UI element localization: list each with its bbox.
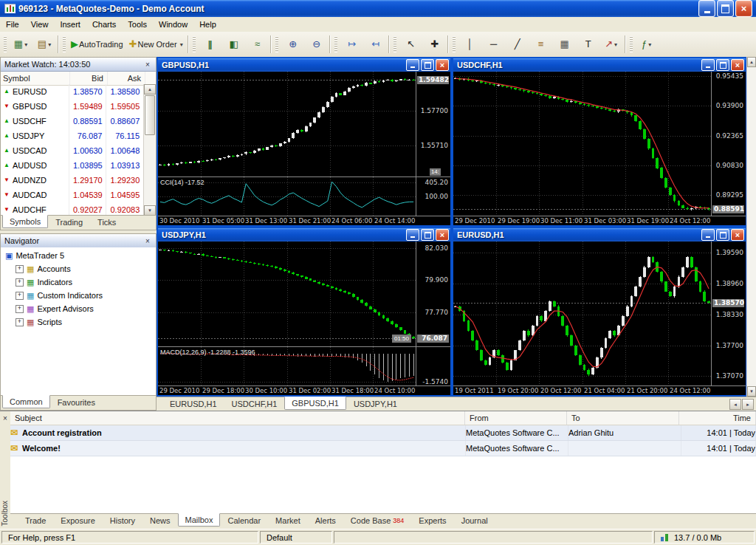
toolbox-tab-journal[interactable]: Journal bbox=[454, 514, 495, 527]
shapes-button[interactable]: ▦ bbox=[552, 35, 576, 55]
chart-window-titlebar[interactable]: GBPUSD,H1× bbox=[158, 58, 450, 72]
chart-window-titlebar[interactable]: EURUSD,H1× bbox=[453, 228, 746, 241]
chart-canvas[interactable]: 1.577001.557101.5948214:CCI(14) -17.5240… bbox=[158, 72, 450, 225]
tree-item-scripts[interactable]: +▦Scripts bbox=[1, 315, 156, 329]
tab-favourites[interactable]: Favourites bbox=[50, 396, 103, 409]
expand-icon[interactable]: + bbox=[16, 318, 24, 326]
mailbox-header-time[interactable]: Time bbox=[679, 411, 756, 425]
menu-item-charts[interactable]: Charts bbox=[86, 18, 122, 30]
tree-item-indicators[interactable]: +▦Indicators bbox=[1, 275, 156, 289]
minimize-button[interactable] bbox=[698, 0, 715, 17]
market-watch-header-symbol[interactable]: Symbol bbox=[1, 72, 70, 85]
chart-minimize-button[interactable] bbox=[406, 229, 419, 241]
scroll-down-icon[interactable]: ▼ bbox=[144, 205, 156, 216]
cursor-button[interactable]: ↖ bbox=[399, 35, 422, 55]
menu-item-help[interactable]: Help bbox=[193, 18, 222, 30]
market-watch-header-ask[interactable]: Ask bbox=[108, 72, 145, 85]
maximize-button[interactable] bbox=[717, 0, 734, 17]
navigator-caption[interactable]: Navigator × bbox=[1, 234, 156, 248]
toolbar-grip[interactable] bbox=[275, 36, 278, 52]
market-watch-row-usdcad[interactable]: ▲USDCAD1.006301.00648 bbox=[1, 143, 144, 158]
chart-canvas[interactable]: 1.395901.389601.383301.377001.370701.385… bbox=[453, 241, 746, 395]
chart-tab-usdjpy-h1[interactable]: USDJPY,H1 bbox=[346, 397, 405, 411]
toolbar-grip[interactable] bbox=[63, 36, 66, 52]
chart-tab-gbpusd-h1[interactable]: GBPUSD,H1 bbox=[284, 397, 346, 410]
chart-minimize-button[interactable] bbox=[701, 229, 715, 241]
scroll-up-icon[interactable]: ▲ bbox=[747, 57, 756, 67]
toolbox-tab-alerts[interactable]: Alerts bbox=[308, 514, 343, 527]
market-watch-row-audcad[interactable]: ▼AUDCAD1.045391.04595 bbox=[1, 188, 144, 202]
new-order-button[interactable]: ✚New Order▾ bbox=[126, 35, 186, 55]
tab-scroll-right-button[interactable]: ► bbox=[742, 399, 754, 410]
toolbox-tab-exposure[interactable]: Exposure bbox=[53, 514, 102, 527]
scrollbar-thumb[interactable] bbox=[145, 95, 155, 135]
expand-icon[interactable]: + bbox=[16, 278, 24, 287]
chart-canvas[interactable]: 82.03079.90077.77076.08701:50MACD(12,26,… bbox=[158, 241, 450, 395]
profiles-button[interactable]: ▤▾ bbox=[32, 35, 56, 55]
market-watch-row-audusd[interactable]: ▲AUDUSD1.038951.03913 bbox=[1, 158, 144, 173]
toolbar-grip[interactable] bbox=[453, 36, 456, 52]
tab-trading[interactable]: Trading bbox=[48, 216, 90, 229]
toolbox-tab-news[interactable]: News bbox=[142, 514, 178, 527]
market-watch-header-bid[interactable]: Bid bbox=[70, 72, 108, 85]
scroll-down-icon[interactable]: ▼ bbox=[747, 386, 756, 397]
scroll-up-icon[interactable]: ▲ bbox=[144, 84, 156, 95]
auto-scroll-button[interactable]: ↦ bbox=[340, 35, 363, 55]
toolbox-tab-mailbox[interactable]: Mailbox bbox=[178, 513, 221, 527]
menu-item-view[interactable]: View bbox=[25, 18, 55, 30]
arrows-button[interactable]: ↗▾ bbox=[599, 35, 623, 55]
tree-item-accounts[interactable]: +▦Accounts bbox=[1, 262, 156, 275]
line-chart-button[interactable]: ≈ bbox=[245, 35, 269, 55]
tab-scroll-left-button[interactable]: ◄ bbox=[729, 399, 741, 410]
crosshair-button[interactable]: ✚ bbox=[422, 35, 446, 55]
chart-restore-button[interactable] bbox=[716, 59, 729, 71]
expand-icon[interactable]: + bbox=[16, 292, 24, 300]
market-watch-row-audchf[interactable]: ▼AUDCHF0.920270.92083 bbox=[1, 202, 144, 216]
chart-window-titlebar[interactable]: USDJPY,H1× bbox=[158, 228, 450, 241]
tab-symbols[interactable]: Symbols bbox=[2, 215, 48, 228]
indicators-button[interactable]: ƒ▾ bbox=[635, 35, 659, 55]
menu-item-window[interactable]: Window bbox=[153, 18, 193, 30]
toolbox-tab-calendar[interactable]: Calendar bbox=[220, 514, 268, 527]
chart-area-scrollbar[interactable]: ▲ ▼ bbox=[746, 57, 756, 397]
market-watch-row-usdchf[interactable]: ▲USDCHF0.885910.88607 bbox=[1, 114, 144, 128]
toolbar-grip[interactable] bbox=[193, 36, 196, 52]
mailbox-column-header[interactable]: SubjectFromToTime bbox=[10, 411, 756, 425]
market-watch-scrollbar[interactable]: ▲ ▼ bbox=[143, 84, 156, 216]
toolbar-grip[interactable] bbox=[4, 36, 7, 52]
new-chart-button[interactable]: ▦▾ bbox=[9, 35, 32, 55]
chart-close-button[interactable]: × bbox=[731, 59, 744, 71]
menu-item-insert[interactable]: Insert bbox=[54, 18, 86, 30]
zoom-out-button[interactable]: ⊖ bbox=[304, 35, 328, 55]
toolbar-grip[interactable] bbox=[630, 36, 633, 52]
market-watch-row-gbpusd[interactable]: ▼GBPUSD1.594891.59505 bbox=[1, 99, 144, 114]
chart-close-button[interactable]: × bbox=[436, 59, 449, 71]
toolbox-tab-code-base[interactable]: Code Base384 bbox=[343, 514, 411, 527]
market-watch-row-usdjpy[interactable]: ▲USDJPY76.08776.115 bbox=[1, 128, 144, 143]
fibonacci-button[interactable]: ≡ bbox=[529, 35, 552, 55]
tab-ticks[interactable]: Ticks bbox=[90, 216, 123, 229]
tab-common[interactable]: Common bbox=[2, 395, 50, 408]
chart-restore-button[interactable] bbox=[421, 59, 434, 71]
market-watch-caption[interactable]: Market Watch: 14:03:50 × bbox=[1, 58, 156, 72]
vertical-line-button[interactable]: │ bbox=[458, 35, 481, 55]
mail-row[interactable]: ✉Account registrationMetaQuotes Software… bbox=[10, 425, 756, 441]
menu-item-file[interactable]: File bbox=[0, 18, 25, 30]
toolbox-tab-history[interactable]: History bbox=[103, 514, 142, 527]
chart-tab-eurusd-h1[interactable]: EURUSD,H1 bbox=[162, 397, 224, 411]
toolbox-tab-experts[interactable]: Experts bbox=[411, 514, 453, 527]
toolbox-tab-trade[interactable]: Trade bbox=[18, 514, 53, 527]
chart-close-button[interactable]: × bbox=[436, 229, 449, 241]
candlestick-chart-button[interactable]: ▮▯ bbox=[221, 35, 245, 55]
title-bar[interactable]: 969123 - MetaQuotes-Demo - Demo Account … bbox=[0, 0, 756, 17]
market-watch-row-eurusd[interactable]: ▲EURUSD1.385701.38580 bbox=[1, 84, 144, 99]
navigator-close-button[interactable]: × bbox=[142, 236, 154, 247]
tree-item-metatrader-5[interactable]: ▣MetaTrader 5 bbox=[1, 249, 156, 262]
trendline-button[interactable]: ╱ bbox=[505, 35, 529, 55]
chart-restore-button[interactable] bbox=[716, 229, 729, 241]
chart-shift-button[interactable]: ↤ bbox=[363, 35, 387, 55]
toolbox-close-button[interactable]: × bbox=[0, 413, 10, 423]
close-button[interactable]: × bbox=[735, 0, 752, 17]
chart-minimize-button[interactable] bbox=[406, 59, 419, 71]
toolbox-tab-market[interactable]: Market bbox=[268, 514, 308, 527]
